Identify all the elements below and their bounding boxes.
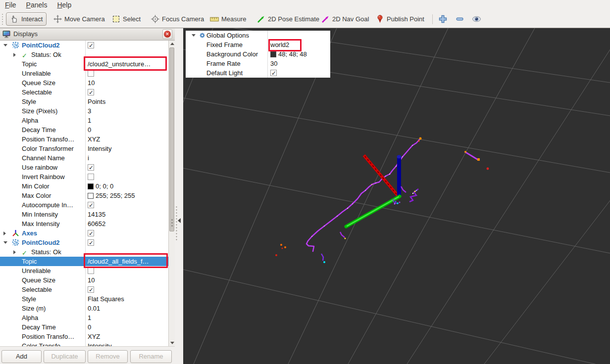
property-value[interactable]: XYZ <box>86 332 168 341</box>
global-options-row-frame-rate[interactable]: Frame Rate30 <box>186 59 330 68</box>
tree-row-max-color[interactable]: Max Color255; 255; 255 <box>0 191 168 200</box>
property-value[interactable]: 60652 <box>86 219 168 228</box>
tree-row-size-pixels[interactable]: Size (Pixels)3 <box>0 106 168 116</box>
property-value[interactable]: ✓ <box>86 163 168 172</box>
tree-row-autocompute-in[interactable]: Autocompute In…✓ <box>0 200 168 210</box>
checkbox[interactable]: ✓ <box>88 42 94 48</box>
global-options-row-default-light[interactable]: Default Light✓ <box>186 68 330 78</box>
property-value[interactable]: 0; 0; 0 <box>86 182 168 191</box>
property-value[interactable]: 10 <box>86 78 168 88</box>
global-options-row-global-options[interactable]: Global Options <box>186 31 330 40</box>
duplicate-button[interactable]: Duplicate <box>44 350 86 363</box>
tree-row-style[interactable]: StyleFlat Squares <box>0 294 168 304</box>
panel-splitter[interactable] <box>175 28 183 364</box>
tree-row-pointcloud2[interactable]: PointCloud2✓ <box>0 238 168 247</box>
zoom-out-button[interactable] <box>453 14 466 26</box>
property-value[interactable]: i <box>86 153 168 163</box>
tree-row-pointcloud2[interactable]: PointCloud2✓ <box>0 41 168 50</box>
property-value[interactable]: 14135 <box>86 210 168 219</box>
property-value[interactable]: 1 <box>86 116 168 125</box>
displays-panel-header[interactable]: Displays ✕ <box>0 28 175 41</box>
menu-item-panels[interactable]: Panels <box>21 0 52 9</box>
tree-row-alpha[interactable]: Alpha1 <box>0 116 168 125</box>
zoom-in-button[interactable] <box>436 14 450 26</box>
checkbox[interactable]: ✓ <box>88 202 94 208</box>
tool-publish-point[interactable]: Publish Point <box>372 12 428 26</box>
tree-row-position-transfo[interactable]: Position Transfo…XYZ <box>0 332 168 341</box>
property-value[interactable]: ✓ <box>86 285 168 294</box>
add-button[interactable]: Add <box>1 350 42 363</box>
tree-row-decay-time[interactable]: Decay Time0 <box>0 322 168 332</box>
menu-item-file[interactable]: File <box>0 0 21 9</box>
rename-button[interactable]: Rename <box>130 350 172 363</box>
property-value[interactable]: 10 <box>86 275 168 285</box>
tree-row-color-transformer[interactable]: Color TransformerIntensity <box>0 144 168 153</box>
tree-row-axes[interactable]: Axes✓ <box>0 228 168 238</box>
global-options-row-fixed-frame[interactable]: Fixed Frameworld2 <box>186 40 330 49</box>
close-panel-button[interactable]: ✕ <box>162 29 172 39</box>
displays-tree[interactable]: PointCloud2✓✓Status: OkTopic/cloud2_unst… <box>0 41 168 346</box>
tool-2d-pose-estimate[interactable]: 2D Pose Estimate <box>253 12 323 26</box>
checkbox[interactable] <box>88 70 94 77</box>
tree-row-selectable[interactable]: Selectable✓ <box>0 88 168 97</box>
tree-row-use-rainbow[interactable]: Use rainbow✓ <box>0 163 168 172</box>
property-value[interactable]: 0 <box>86 125 168 135</box>
scrollbar-thumb[interactable] <box>169 47 174 231</box>
checkbox[interactable]: ✓ <box>88 286 94 293</box>
disclosure-closed-icon[interactable] <box>13 53 16 57</box>
property-value[interactable]: ✓ <box>86 238 168 247</box>
tool-2d-nav-goal[interactable]: 2D Nav Goal <box>317 12 372 26</box>
tree-row-position-transfo[interactable]: Position Transfo…XYZ <box>0 135 168 144</box>
tree-row-decay-time[interactable]: Decay Time0 <box>0 125 168 135</box>
tree-row-style[interactable]: StylePoints <box>0 97 168 106</box>
property-value[interactable]: Points <box>86 97 168 106</box>
disclosure-open-icon[interactable] <box>192 34 196 37</box>
checkbox[interactable]: ✓ <box>88 164 94 171</box>
tool-measure[interactable]: Measure <box>206 12 250 26</box>
property-value[interactable]: ✓ <box>86 200 168 210</box>
checkbox[interactable]: ✓ <box>88 239 94 246</box>
property-value[interactable]: 255; 255; 255 <box>86 191 168 200</box>
tree-row-min-color[interactable]: Min Color0; 0; 0 <box>0 182 168 191</box>
disclosure-closed-icon[interactable] <box>13 250 16 254</box>
property-value[interactable]: Flat Squares <box>86 294 168 304</box>
property-value[interactable]: ✓ <box>86 228 168 238</box>
checkbox[interactable]: ✓ <box>270 70 277 76</box>
tree-row-invert-rainbow[interactable]: Invert Rainbow <box>0 172 168 182</box>
property-value[interactable]: Intensity <box>86 144 168 153</box>
disclosure-open-icon[interactable] <box>3 241 7 244</box>
property-value[interactable]: XYZ <box>86 135 168 144</box>
remove-button[interactable]: Remove <box>88 350 128 363</box>
property-value[interactable] <box>86 172 168 182</box>
disclosure-closed-icon[interactable] <box>3 231 6 235</box>
property-value[interactable]: ✓ <box>86 41 168 50</box>
property-value[interactable]: ✓ <box>268 68 330 78</box>
property-value[interactable]: 3 <box>86 106 168 116</box>
tree-row-max-intensity[interactable]: Max Intensity60652 <box>0 219 168 228</box>
property-value[interactable]: 0.01 <box>86 304 168 313</box>
checkbox[interactable]: ✓ <box>88 230 94 236</box>
tree-row-channel-name[interactable]: Channel Namei <box>0 153 168 163</box>
tree-row-queue-size[interactable]: Queue Size10 <box>0 275 168 285</box>
tree-row-selectable[interactable]: Selectable✓ <box>0 285 168 294</box>
tree-row-size-m[interactable]: Size (m)0.01 <box>0 304 168 313</box>
property-value[interactable]: 0 <box>86 322 168 332</box>
checkbox[interactable] <box>88 268 94 274</box>
tool-focus-camera[interactable]: Focus Camera <box>147 12 207 26</box>
collapse-panel-icon[interactable] <box>178 218 181 223</box>
property-value[interactable]: ✓ <box>86 88 168 97</box>
global-options-row-background-color[interactable]: Background Color48; 48; 48 <box>186 49 330 59</box>
splitter-grip[interactable] <box>176 206 177 241</box>
checkbox[interactable]: ✓ <box>88 89 94 95</box>
tool-interact[interactable]: Interact <box>6 12 47 26</box>
tool-move-camera[interactable]: Move Camera <box>50 12 108 26</box>
toolbar-drag-handle[interactable] <box>1 13 4 25</box>
property-value[interactable]: Intensity <box>86 341 168 346</box>
tree-row-queue-size[interactable]: Queue Size10 <box>0 78 168 88</box>
checkbox[interactable] <box>88 174 94 180</box>
displays-scrollbar[interactable] <box>168 41 175 346</box>
menu-item-help[interactable]: Help <box>52 0 76 9</box>
property-value[interactable]: 1 <box>86 313 168 322</box>
tree-row-alpha[interactable]: Alpha1 <box>0 313 168 322</box>
property-value[interactable]: 30 <box>268 59 330 68</box>
